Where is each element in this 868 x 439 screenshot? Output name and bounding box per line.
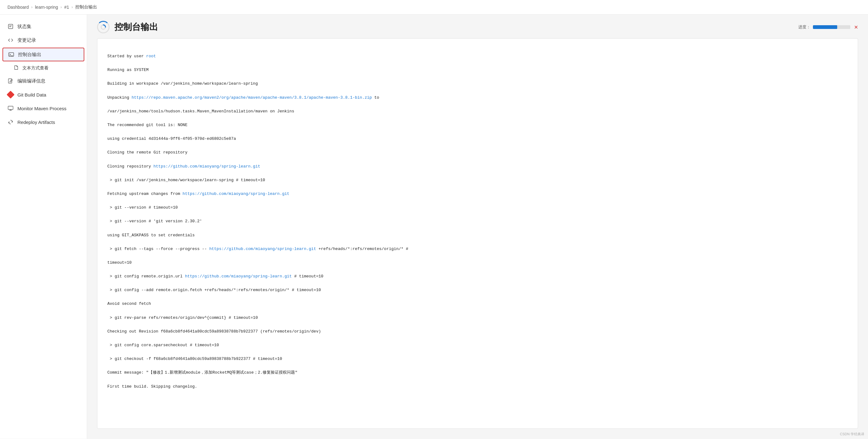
console-line-20: > git rev-parse refs/remotes/origin/dev^… [107,315,848,321]
terminal-icon [8,51,14,58]
console-config-link[interactable]: https://github.com/miaoyang/spring-learn… [185,274,292,279]
console-clone-link[interactable]: https://github.com/miaoyang/spring-learn… [153,164,260,169]
console-line-15: > git fetch --tags --force --progress --… [107,246,848,253]
console-line-3: Building in workspace /var/jenkins_home/… [107,80,848,87]
console-line-4: Unpacking https://repo.maven.apache.org/… [107,94,848,101]
redeploy-icon [7,119,14,125]
sidebar-label-console-output: 控制台输出 [18,52,41,58]
console-line-1: Started by user root [107,53,848,60]
console-line-5: /var/jenkins_home/tools/hudson.tasks.Mav… [107,108,848,115]
breadcrumb-sep-1: › [31,5,33,9]
sidebar-item-redeploy[interactable]: Redeploy Artifacts [0,115,87,129]
console-line-18: > git config --add remote.origin.fetch +… [107,287,848,294]
sidebar-item-edit-compile[interactable]: 编辑编译信息 [0,74,87,88]
console-line-11: Fetching upstream changes from https://g… [107,191,848,197]
console-line-24: Commit message: "【修改】1.新增测试module，添加Rock… [107,369,848,376]
watermark: CSDN 学经典译 [840,432,864,437]
console-line-23: > git checkout -f f68a6cb8fd4641a80cdc59… [107,356,848,362]
progress-close-button[interactable]: ✕ [854,24,858,30]
breadcrumb-current: 控制台输出 [75,4,97,10]
console-line-8: Cloning the remote Git repository [107,149,848,156]
console-line-9: Cloning repository https://github.com/mi… [107,163,848,170]
progress-label: 进度： [798,24,810,30]
breadcrumb-sep-2: › [60,5,62,9]
console-maven-link[interactable]: https://repo.maven.apache.org/maven2/org… [132,95,372,100]
sidebar-item-console-output[interactable]: 控制台输出 [2,48,84,61]
console-fetch-link[interactable]: https://github.com/miaoyang/spring-learn… [183,192,289,196]
sidebar-label-redeploy: Redeploy Artifacts [18,120,55,125]
console-fetch2-link[interactable]: https://github.com/miaoyang/spring-learn… [209,246,316,251]
progress-area: 进度： ✕ [798,24,858,30]
console-line-22: > git config core.sparsecheckout # timeo… [107,342,848,349]
file-icon [14,65,19,71]
sidebar-label-text-view: 文本方式查看 [22,65,49,71]
svg-rect-6 [8,106,13,110]
console-line-7: using credential 4d31444a-9ff6-4f05-970d… [107,136,848,142]
sidebar-label-monitor-maven: Monitor Maven Process [18,106,67,111]
git-icon [7,91,14,98]
console-line-19: Avoid second fetch [107,300,848,307]
main-content: 控制台输出 进度： ✕ Started by user root Running… [87,14,868,439]
sidebar-label-git-build: Git Build Data [18,92,46,97]
sidebar: 状态集 变更记录 控制台输出 [0,14,87,439]
progress-bar-container [813,25,850,29]
edit-icon [7,78,14,84]
breadcrumb-learn-spring[interactable]: learn-spring [35,5,58,10]
console-line-13: > git --version # 'git version 2.30.2' [107,218,848,225]
breadcrumb-dashboard[interactable]: Dashboard [7,5,29,10]
console-line-17: > git config remote.origin.url https://g… [107,273,848,280]
console-line-16: timeout=10 [107,259,848,266]
console-user-link[interactable]: root [146,54,156,59]
status-icon [7,23,14,30]
page-title: 控制台输出 [115,21,158,33]
sidebar-item-text-view[interactable]: 文本方式查看 [0,62,87,74]
sidebar-item-monitor-maven[interactable]: Monitor Maven Process [0,101,87,115]
breadcrumb-sep-3: › [71,5,73,9]
sidebar-item-change-log[interactable]: 变更记录 [0,33,87,47]
progress-bar-fill [813,25,837,29]
console-line-12: > git --version # timeout=10 [107,204,848,211]
breadcrumb-build-num[interactable]: #1 [64,5,69,10]
console-line-25: First time build. Skipping changelog. [107,383,848,390]
console-line-21: Checking out Revision f68a6cb8fd4641a80c… [107,328,848,335]
sidebar-label-edit-compile: 编辑编译信息 [18,78,45,84]
console-line-6: The recommended git tool is: NONE [107,122,848,128]
monitor-icon [7,105,14,112]
page-header: 控制台输出 进度： ✕ [87,14,868,38]
console-line-2: Running as SYSTEM [107,67,848,74]
console-output[interactable]: Started by user root Running as SYSTEM B… [97,38,858,429]
code-icon [7,37,14,43]
sidebar-item-git-build[interactable]: Git Build Data [0,88,87,101]
svg-rect-0 [8,24,13,29]
sidebar-item-status-set[interactable]: 状态集 [0,20,87,33]
console-line-14: using GIT_ASKPASS to set credentials [107,232,848,239]
breadcrumb: Dashboard › learn-spring › #1 › 控制台输出 [0,0,868,14]
sidebar-label-change-log: 变更记录 [18,37,36,43]
loading-spinner [97,21,110,33]
sidebar-label-status-set: 状态集 [18,24,31,30]
page-title-area: 控制台输出 [97,21,158,33]
console-line-10: > git init /var/jenkins_home/workspace/l… [107,177,848,184]
